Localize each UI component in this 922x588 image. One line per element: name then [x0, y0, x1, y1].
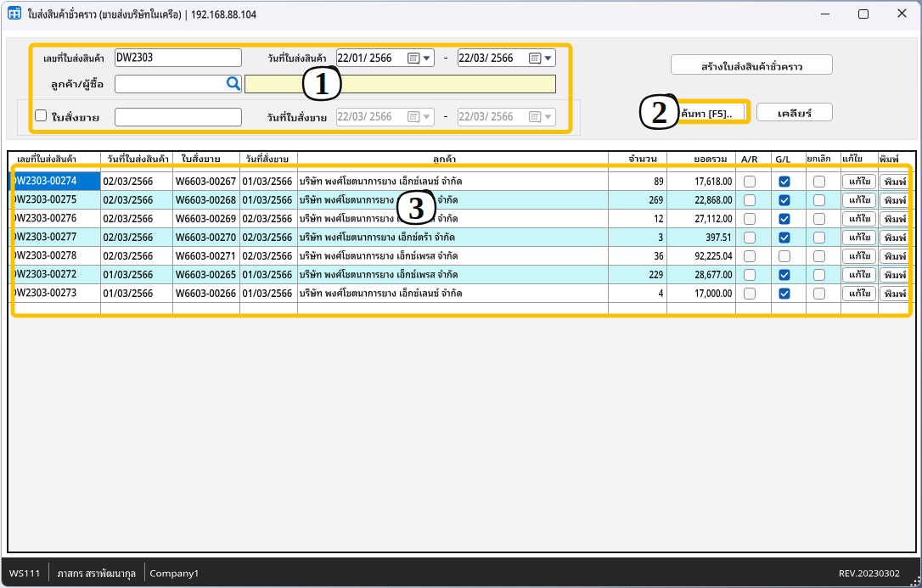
- svg-text:2: 2: [652, 94, 668, 130]
- svg-text:1: 1: [314, 66, 330, 101]
- svg-text:3: 3: [408, 190, 424, 226]
